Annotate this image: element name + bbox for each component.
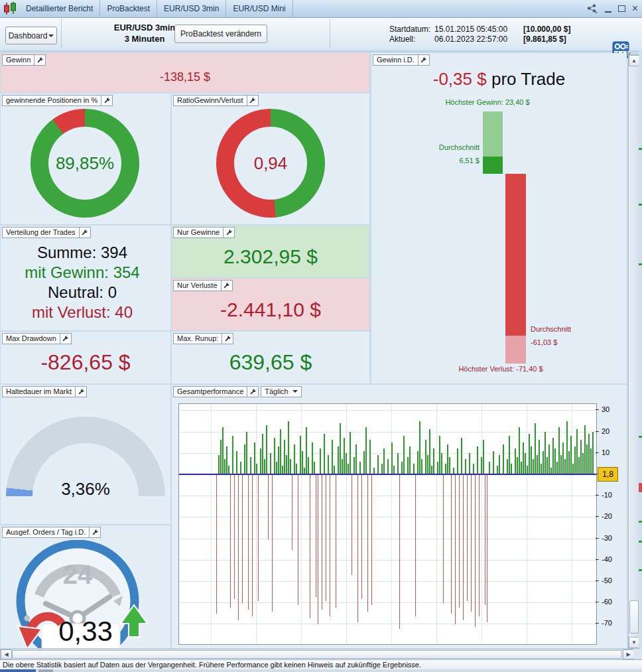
axis-tick-label: -20	[602, 512, 624, 520]
perf-bar	[226, 446, 227, 474]
perf-bar	[357, 475, 358, 622]
probacktest-veraendern-button[interactable]: ProBacktest verändern	[174, 25, 267, 43]
perf-bar	[322, 475, 322, 610]
current-date-value: 06.01.2023 22:57:00	[434, 34, 518, 44]
max-runup-value: 639,65 $	[172, 350, 369, 375]
perf-bar	[535, 423, 536, 474]
axis-tick	[596, 538, 599, 539]
scroll-down-icon[interactable]: ▼	[629, 637, 639, 648]
max-gain-label: Höchster Gewinn: 23,40 $	[371, 98, 604, 106]
panel-gewinn: Gewinn -138,15 $	[1, 53, 369, 92]
perf-bar	[218, 455, 220, 474]
axis-tick-label: -10	[602, 491, 624, 499]
gridline	[179, 453, 596, 454]
wrench-icon[interactable]	[34, 54, 46, 66]
wrench-icon[interactable]	[222, 333, 233, 344]
perf-bar	[246, 432, 247, 474]
perf-bar	[425, 440, 426, 474]
axis-tick-label: 20	[602, 427, 624, 435]
perf-bar	[332, 440, 333, 474]
perf-bar	[353, 457, 355, 474]
perf-bar	[499, 455, 500, 474]
perf-bar	[272, 475, 273, 612]
perf-bar	[268, 475, 269, 539]
panel-ausgef-orders-title: Ausgef. Orders / Tag i.D.	[2, 527, 90, 538]
close-icon[interactable]: ×	[632, 5, 638, 13]
panel-gesamtperformance: Gesamtperformance Täglich 3020100-10-20-…	[172, 385, 627, 648]
tab-detaillierter-bericht[interactable]: Detaillierter Bericht	[19, 0, 100, 17]
perf-bar	[521, 462, 522, 474]
wrench-icon[interactable]	[60, 333, 72, 344]
perf-bar	[437, 462, 438, 474]
perf-bar	[570, 436, 572, 474]
perf-bar	[284, 440, 285, 474]
perf-bar	[471, 475, 472, 612]
axis-tick-label: -70	[602, 619, 624, 627]
perf-bar	[302, 451, 303, 474]
wrench-icon[interactable]	[101, 95, 113, 106]
perf-bar	[352, 475, 352, 575]
gridline	[391, 404, 392, 644]
scroll-left-icon[interactable]: ◀	[1, 649, 12, 659]
panel-max-drawdown: Max Drawdown -826,65 $	[1, 332, 170, 383]
perf-bar	[330, 475, 330, 616]
vertical-scrollbar-thumb[interactable]	[629, 600, 639, 634]
nur-verluste-value: -2.441,10 $	[172, 299, 369, 321]
perf-bar	[556, 462, 558, 474]
current-amount: [9.861,85 $]	[523, 34, 566, 44]
wrench-icon[interactable]	[89, 527, 101, 538]
tab-eurusd-mini[interactable]: EUR/USD Mini	[226, 0, 292, 17]
scroll-up-icon[interactable]: ▲	[629, 55, 639, 66]
avg-trade-bar-segment	[505, 336, 526, 363]
tab-eurusd-3min[interactable]: EUR/USD 3min	[157, 0, 226, 17]
winning-positions-value: 89,85%	[48, 127, 121, 200]
horizontal-scrollbar[interactable]: ◀ ▶	[0, 649, 635, 660]
wrench-icon[interactable]	[247, 386, 259, 397]
wrench-icon[interactable]	[418, 54, 430, 66]
perf-bar	[363, 451, 365, 474]
perf-bar	[387, 459, 389, 474]
perf-bar	[350, 432, 351, 474]
wrench-icon[interactable]	[223, 227, 235, 238]
minimize-icon[interactable]	[605, 5, 611, 13]
gridline	[256, 404, 257, 644]
axis-tick-label: -40	[602, 555, 624, 563]
perf-bar	[427, 455, 428, 474]
wrench-icon[interactable]	[79, 227, 91, 238]
gewinn-value: -138,15 $	[1, 70, 369, 84]
dashboard-dropdown[interactable]: Dashboard	[5, 27, 57, 44]
panel-verteilung-der-trades: Verteilung der Trades Summe: 394mit Gewi…	[1, 226, 170, 330]
perf-bar	[401, 462, 403, 474]
perf-bar	[509, 436, 510, 474]
perf-bar	[318, 475, 318, 624]
perf-bar	[294, 444, 295, 474]
verteilung-row: mit Gewinn: 354	[1, 263, 164, 283]
perf-bar	[377, 455, 379, 474]
perf-bar	[562, 442, 564, 474]
wrench-icon[interactable]	[75, 386, 87, 397]
perf-bar	[344, 438, 345, 474]
horizontal-scrollbar-thumb[interactable]	[12, 650, 622, 659]
perf-bar	[421, 459, 422, 474]
perf-bar	[365, 427, 367, 474]
gridline	[179, 432, 596, 433]
perf-bar	[222, 427, 224, 474]
maximize-icon[interactable]	[618, 5, 625, 12]
share-icon[interactable]	[586, 4, 598, 13]
perf-bar	[566, 421, 568, 475]
perf-bar	[487, 475, 487, 622]
perf-bar	[300, 436, 301, 474]
scroll-right-icon[interactable]: ▶	[623, 649, 634, 659]
tab-probacktest[interactable]: ProBacktest	[100, 0, 157, 17]
perf-bar	[413, 464, 415, 474]
avg-gain-value: 6,51 $	[371, 157, 480, 165]
wrench-icon[interactable]	[247, 95, 259, 106]
perf-bar	[336, 475, 336, 608]
perf-bar	[280, 429, 281, 474]
panel-ausgef-orders: Ausgef. Orders / Tag i.D. 24 0,33	[1, 525, 170, 648]
verteilung-row: mit Verlust: 40	[1, 302, 164, 322]
perf-bar	[519, 427, 520, 474]
period-dropdown[interactable]: Täglich	[261, 386, 301, 397]
wrench-icon[interactable]	[221, 280, 233, 291]
axis-tick-label: 30	[602, 405, 624, 413]
